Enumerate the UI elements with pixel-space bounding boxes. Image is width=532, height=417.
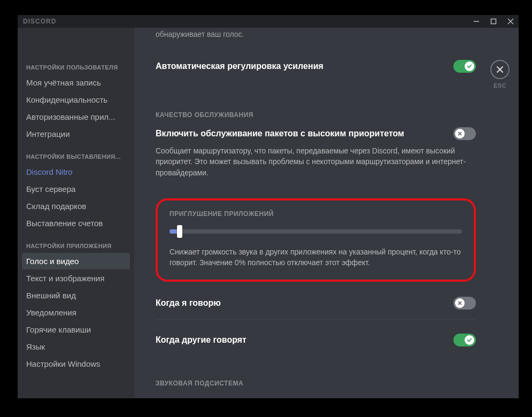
qos-header: КАЧЕСТВО ОБСЛУЖИВАНИЯ bbox=[156, 111, 476, 119]
window-frame: DISCORD НАСТРОЙКИ ПОЛЬЗОВАТЕЛЯ Моя учётн… bbox=[0, 0, 532, 417]
close-window-button[interactable] bbox=[507, 18, 514, 25]
svg-rect-1 bbox=[491, 19, 496, 24]
sidebar-item-notifications[interactable]: Уведомления bbox=[22, 304, 130, 321]
sidebar-item-voice-video[interactable]: Голос и видео bbox=[22, 253, 130, 269]
settings-scroll[interactable]: обнаруживает ваш голос. Автоматическая р… bbox=[134, 28, 519, 398]
qos-desc: Сообщает маршрутизатору, что пакеты, пер… bbox=[156, 145, 476, 178]
titlebar: DISCORD bbox=[18, 15, 519, 28]
sidebar-item-language[interactable]: Язык bbox=[22, 338, 130, 355]
close-settings-button[interactable]: ESC bbox=[487, 60, 513, 89]
minimize-button[interactable] bbox=[473, 18, 480, 25]
sidebar-item-nitro[interactable]: Discord Nitro bbox=[22, 164, 130, 180]
sidebar-item-server-boost[interactable]: Буст сервера bbox=[22, 181, 130, 197]
toggle-when-others-speak[interactable] bbox=[453, 334, 476, 346]
row-when-i-speak: Когда я говорю bbox=[156, 297, 476, 310]
sidebar-item-privacy[interactable]: Конфиденциальность bbox=[22, 91, 130, 108]
sidebar-item-billing[interactable]: Выставление счетов bbox=[22, 215, 130, 231]
toggle-when-i-speak[interactable] bbox=[453, 297, 476, 310]
sidebar-item-gift-inventory[interactable]: Склад подарков bbox=[22, 198, 130, 214]
row-qos: Включить обслуживание пакетов с высоким … bbox=[156, 127, 476, 140]
sidebar-section-app: НАСТРОЙКИ ПРИЛОЖЕНИЯ bbox=[22, 232, 130, 252]
slider-track bbox=[169, 229, 462, 234]
sidebar-item-windows-settings[interactable]: Настройки Windows bbox=[22, 356, 130, 372]
app-body: НАСТРОЙКИ ПОЛЬЗОВАТЕЛЯ Моя учётная запис… bbox=[18, 28, 519, 398]
settings-content: обнаруживает ваш голос. Автоматическая р… bbox=[134, 28, 519, 398]
toggle-agc[interactable] bbox=[453, 60, 476, 73]
settings-sidebar: НАСТРОЙКИ ПОЛЬЗОВАТЕЛЯ Моя учётная запис… bbox=[18, 28, 134, 398]
sidebar-item-text-images[interactable]: Текст и изображения bbox=[22, 270, 130, 287]
when-i-speak-title: Когда я говорю bbox=[156, 298, 221, 308]
sidebar-item-keybinds[interactable]: Горячие клавиши bbox=[22, 321, 130, 338]
esc-label: ESC bbox=[494, 82, 506, 89]
divider bbox=[156, 319, 476, 320]
sidebar-item-integrations[interactable]: Интеграции bbox=[22, 126, 130, 142]
sidebar-item-authorized-apps[interactable]: Авторизованные прил... bbox=[22, 109, 130, 125]
agc-title: Автоматическая регулировка усиления bbox=[156, 61, 323, 71]
attenuation-header: ПРИГЛУШЕНИЕ ПРИЛОЖЕНИЙ bbox=[169, 210, 462, 218]
row-when-others-speak: Когда другие говорят bbox=[156, 334, 476, 346]
qos-title: Включить обслуживание пакетов с высоким … bbox=[156, 129, 404, 138]
row-agc: Автоматическая регулировка усиления bbox=[156, 60, 476, 73]
attenuation-highlight: ПРИГЛУШЕНИЕ ПРИЛОЖЕНИЙ Снижает громкость… bbox=[156, 198, 476, 282]
attenuation-slider[interactable] bbox=[169, 226, 462, 237]
subsystem-header: ЗВУКОВАЯ ПОДСИСТЕМА bbox=[156, 380, 476, 387]
sidebar-section-billing: НАСТРОЙКИ ВЫСТАВЛЕНИЯ... bbox=[22, 143, 130, 163]
window-buttons bbox=[473, 18, 519, 25]
sidebar-section-user: НАСТРОЙКИ ПОЛЬЗОВАТЕЛЯ bbox=[22, 37, 130, 74]
sidebar-item-account[interactable]: Моя учётная запись bbox=[22, 74, 130, 91]
sidebar-item-appearance[interactable]: Внешний вид bbox=[22, 287, 130, 304]
toggle-qos[interactable] bbox=[453, 127, 476, 140]
when-others-speak-title: Когда другие говорят bbox=[156, 335, 246, 345]
app-brand: DISCORD bbox=[23, 18, 56, 25]
maximize-button[interactable] bbox=[490, 18, 497, 25]
close-icon bbox=[490, 60, 510, 79]
attenuation-desc: Снижает громкость звука в других приложе… bbox=[169, 246, 462, 268]
slider-thumb[interactable] bbox=[177, 225, 182, 238]
partial-prev-desc: обнаруживает ваш голос. bbox=[156, 28, 476, 38]
